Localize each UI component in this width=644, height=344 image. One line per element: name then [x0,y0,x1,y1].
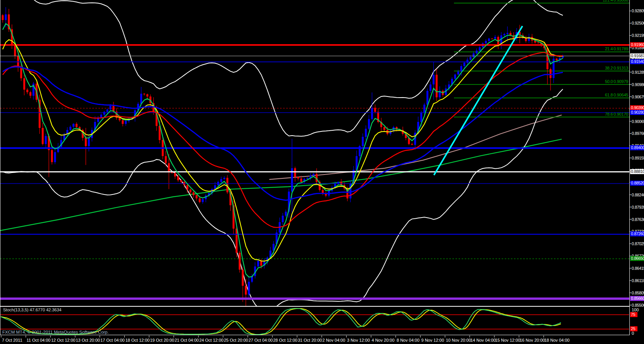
price-axis[interactable] [630,0,644,335]
main-chart-area[interactable] [0,0,629,306]
time-axis[interactable] [0,336,644,344]
mt4-chart-window: 0.928050.925000.921950.918900.915900.912… [0,0,644,344]
copyright-text: FXCM MT4, © 2001-2011 MetaQuotes Softwar… [2,330,109,334]
stochastic-indicator-label: Stoch(13,3,5) 47.6770 42.3634 [3,307,62,312]
